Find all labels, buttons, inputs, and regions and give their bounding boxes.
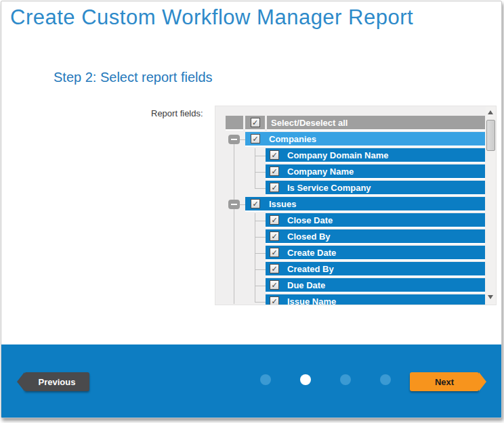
checkmark-icon: ✓: [271, 265, 277, 273]
checkmark-icon: ✓: [252, 200, 258, 208]
row-checkbox[interactable]: ✓: [270, 231, 279, 241]
row-checkbox[interactable]: ✓: [270, 280, 279, 290]
checkmark-icon: ✓: [271, 233, 277, 240]
tree-row-companies[interactable]: ✓ Companies: [245, 132, 485, 147]
previous-button[interactable]: Previous: [24, 372, 89, 391]
checkmark-icon: ✓: [271, 282, 277, 289]
scrollbar[interactable]: [486, 106, 496, 305]
step-dot-3[interactable]: [340, 374, 351, 385]
header-label-cell: Select/Deselect all: [267, 116, 485, 131]
row-label: Companies: [269, 134, 316, 144]
checkmark-icon: ✓: [271, 152, 277, 159]
tree-connector: [240, 204, 245, 205]
page-title: Create Custom Workflow Manager Report: [10, 5, 413, 30]
checkmark-icon: ✓: [252, 119, 258, 127]
wizard-window: Create Custom Workflow Manager Report St…: [1, 1, 502, 418]
tree-connector: [255, 221, 266, 221]
tree-connector: [255, 156, 266, 156]
header-indent-cell: [226, 116, 243, 131]
row-label: Company Name: [287, 166, 354, 177]
scrollbar-thumb[interactable]: [486, 120, 495, 151]
tree-row[interactable]: ✓ Due Date: [266, 278, 485, 293]
tree-connector: [255, 172, 266, 173]
tree-row[interactable]: ✓ Company Domain Name: [266, 148, 485, 163]
row-checkbox[interactable]: ✓: [270, 166, 279, 176]
row-label: Issue Name: [287, 296, 336, 306]
row-label: Company Domain Name: [287, 150, 389, 160]
step-dot-4[interactable]: [380, 374, 391, 385]
checkmark-icon: ✓: [252, 135, 258, 143]
tree-connector: [255, 213, 255, 302]
next-button[interactable]: Next: [410, 372, 479, 391]
tree-connector: [234, 144, 234, 304]
row-checkbox[interactable]: ✓: [270, 296, 279, 305]
collapse-icon[interactable]: [228, 135, 240, 144]
report-fields-tree: ✓ Select/Deselect all ✓ Companies ✓ Comp…: [215, 106, 497, 305]
tree-row[interactable]: ✓ Closed By: [266, 229, 485, 244]
tree-row[interactable]: ✓ Issue Name: [266, 294, 485, 305]
row-label: Create Date: [287, 248, 336, 258]
tree-row[interactable]: ✓ Is Service Company: [266, 181, 485, 196]
checkmark-icon: ✓: [271, 249, 277, 257]
row-checkbox[interactable]: ✓: [270, 183, 279, 192]
minus-icon: [231, 139, 237, 140]
checkmark-icon: ✓: [271, 217, 277, 224]
row-label: Issues: [269, 199, 296, 209]
checkmark-icon: ✓: [271, 298, 277, 305]
checkmark-icon: ✓: [271, 184, 277, 192]
scroll-up-icon[interactable]: [488, 110, 493, 114]
row-checkbox[interactable]: ✓: [251, 199, 260, 208]
row-label: Closed By: [287, 231, 331, 242]
collapse-icon[interactable]: [228, 200, 240, 209]
wizard-footer: Previous Next: [1, 344, 501, 418]
row-label: Created By: [287, 264, 334, 274]
step-heading: Step 2: Select report fields: [54, 70, 213, 85]
row-checkbox[interactable]: ✓: [270, 215, 279, 225]
select-deselect-all-label: Select/Deselect all: [271, 118, 348, 128]
step-dot-2-active[interactable]: [300, 374, 311, 385]
minus-icon: [231, 204, 237, 205]
checkmark-icon: ✓: [271, 168, 277, 175]
tree-connector: [255, 148, 255, 188]
row-label: Due Date: [287, 280, 325, 290]
tree-connector: [255, 253, 266, 254]
row-label: Close Date: [287, 215, 333, 225]
report-fields-label: Report fields:: [151, 108, 203, 118]
scroll-down-icon[interactable]: [488, 295, 493, 299]
tree-connector: [255, 269, 266, 270]
tree-connector: [240, 139, 245, 140]
step-dot-1[interactable]: [260, 374, 271, 385]
select-all-checkbox[interactable]: ✓: [251, 118, 260, 127]
row-label: Is Service Company: [287, 183, 371, 193]
tree-row[interactable]: ✓ Close Date: [266, 213, 485, 228]
row-checkbox[interactable]: ✓: [251, 134, 260, 143]
header-checkbox-cell: ✓: [245, 116, 265, 131]
tree-row[interactable]: ✓ Company Name: [266, 164, 485, 179]
tree-row[interactable]: ✓ Created By: [266, 262, 485, 277]
tree-connector: [255, 286, 266, 286]
row-checkbox[interactable]: ✓: [270, 150, 279, 160]
tree-connector: [255, 188, 266, 189]
tree-row-issues[interactable]: ✓ Issues: [245, 197, 485, 212]
tree-row[interactable]: ✓ Create Date: [266, 246, 485, 261]
tree-connector: [255, 302, 266, 303]
row-checkbox[interactable]: ✓: [270, 264, 279, 273]
tree-connector: [255, 237, 266, 238]
row-checkbox[interactable]: ✓: [270, 248, 279, 257]
